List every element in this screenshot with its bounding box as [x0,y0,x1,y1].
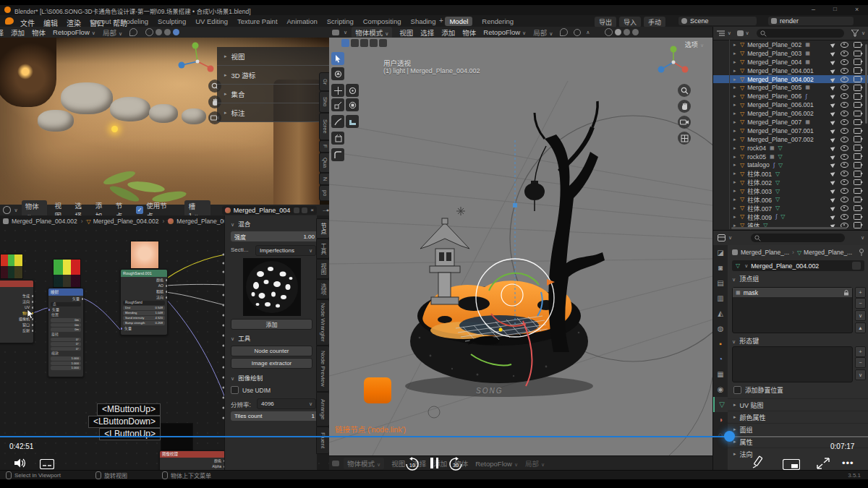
hide-viewport-toggle-icon[interactable] [841,188,848,194]
rotate-tool-icon[interactable] [346,84,359,97]
roughsand-node-group[interactable]: RoughSand.001 颜色AO粗糙法向 RoughSand Dist0.5… [120,269,168,335]
udim-checkbox-row[interactable]: Use UDIM [231,386,271,394]
select-mode-circle-icon[interactable] [360,39,368,47]
properties-search-input[interactable] [751,234,845,242]
selectable-toggle-icon[interactable] [830,137,836,142]
expand-arrow-icon[interactable]: ▸ [733,188,740,194]
retopoflow-tool-icon[interactable] [331,148,344,161]
mapping-out-vector[interactable]: 矢量 [48,296,83,301]
select-mode-paint-icon[interactable] [379,39,387,47]
expand-arrow-icon[interactable]: ▸ [733,128,740,134]
selectable-toggle-icon[interactable] [830,197,836,202]
outliner-row[interactable]: ▸ ▽ 柱体.001 ▦ ∫ ▽ [713,169,868,178]
scale-tool-icon[interactable] [331,98,344,111]
rest-position-row[interactable]: 添加静置位置 [733,385,783,395]
properties-tab[interactable]: ◔ [713,351,728,367]
hide-render-toggle-icon[interactable] [854,222,861,228]
outliner-row[interactable]: ▸ ▽ Merged_Plane_006.002 ▦ ∫ ▽ [713,109,868,118]
lvp-axis-gizmo[interactable] [178,39,216,81]
workspace-tab[interactable]: Scripting [327,17,354,25]
outliner-row[interactable]: ▸ ▽ Merged_Plane_007.001 ▦ ∫ ▽ [713,127,868,135]
rest-position-checkbox[interactable] [733,386,741,394]
cvp-ortho-grid-icon[interactable] [678,132,691,145]
outliner-row[interactable]: ▸ ▽ Merged_Plane_002 ▦ ∫ ▽ [713,40,868,49]
vg-move-up-button[interactable]: ▲ [855,322,866,333]
minimize-button[interactable]: – [812,6,815,13]
more-options-icon[interactable]: ••• [842,458,854,468]
hide-render-toggle-icon[interactable] [854,136,861,142]
value-field[interactable]: 0° [51,338,81,342]
roughsand-in-vector[interactable]: 矢量 [121,325,167,331]
outliner-row[interactable]: ▸ ▽ Merged_Plane_006.001 ▦ ∫ ▽ [713,100,868,109]
selectable-toggle-icon[interactable] [830,188,836,194]
selectable-toggle-icon[interactable] [830,128,836,134]
properties-tab[interactable]: ◭ [713,306,728,321]
value-field[interactable]: 1.000 [51,366,81,370]
hide-render-toggle-icon[interactable] [854,214,861,221]
expand-arrow-icon[interactable]: ▸ [733,119,740,125]
cvp-retopoflow-menu[interactable]: RetopoFlow∨ [483,28,526,36]
udim-checkbox[interactable] [231,386,239,394]
use-nodes-checkbox[interactable]: ✓ [136,206,144,214]
panel-section-row[interactable]: ▸ 3D 游标 [217,66,329,85]
properties-tab[interactable]: ◉ [713,382,728,397]
strength-slider[interactable]: 强度1.00 [231,231,318,241]
snap-magnet-icon[interactable] [129,28,137,36]
video-progress-bar[interactable] [0,436,729,437]
expand-arrow-icon[interactable]: ▸ [733,85,740,90]
expand-arrow-icon[interactable]: ▸ [733,51,740,56]
collapsed-section-row[interactable]: ▸UV 贴图 [728,398,868,411]
selectable-toggle-icon[interactable] [830,205,836,211]
vg-add-button[interactable]: + [855,287,866,298]
hide-viewport-toggle-icon[interactable] [841,197,848,202]
vg-specials-button[interactable]: ∨ [855,310,866,321]
properties-tab[interactable]: ◪ [713,245,728,260]
vertex-groups-section[interactable]: ∨顶点组 [732,274,864,283]
subtitle-icon[interactable] [40,459,54,469]
selectable-toggle-icon[interactable] [830,93,836,99]
sk-specials-button[interactable]: ∨ [855,369,866,380]
node-output-socket[interactable]: 颜色 [121,277,167,283]
expand-arrow-icon[interactable]: ▸ [733,68,740,74]
left-3d-viewport[interactable]: ▸ 视图 ▸ 3D 游标 ▸ 集合 ▸ 标注 [0,38,329,205]
workspace-tab[interactable]: Texture Paint [237,17,277,25]
ne-tab[interactable]: Node Preview [316,346,330,392]
properties-tab[interactable]: ▪ [713,336,728,351]
workspace-tab[interactable]: Compositing [363,17,401,25]
hide-render-toggle-icon[interactable] [854,188,861,194]
expand-arrow-icon[interactable]: ▸ [733,111,740,116]
ne-tab[interactable]: 工具 [316,239,330,259]
imperfections-dropdown[interactable]: Imperfections∨ [255,245,316,256]
mini-player-icon[interactable] [783,459,800,470]
filter-funnel-icon[interactable] [851,30,859,37]
ne-tab[interactable]: Node Wrangler [316,299,330,346]
hide-viewport-toggle-icon[interactable] [841,145,848,151]
expand-arrow-icon[interactable]: ▸ [733,179,740,185]
properties-tab[interactable]: ◑ [713,412,728,427]
new-material-icon[interactable] [302,207,307,213]
video-progress-track[interactable] [729,436,868,437]
orange-cube-object[interactable] [364,377,391,403]
cvp-menu-add[interactable]: 添加 [441,27,455,38]
hide-viewport-toggle-icon[interactable] [841,68,848,74]
cvp-shading-solid-icon[interactable] [615,29,621,35]
vg-remove-button[interactable]: − [855,298,866,309]
lvp-orientation[interactable]: 局部∨ [103,27,122,38]
cvp-camera-icon[interactable] [678,116,691,129]
value-field[interactable]: 1.000 [51,356,81,361]
hide-viewport-toggle-icon[interactable] [841,102,848,108]
shading-solid-icon[interactable] [156,29,162,35]
edit-pencil-icon[interactable] [751,455,764,470]
volume-icon[interactable] [14,458,27,468]
select-mode-tweak-icon[interactable] [341,39,349,47]
expand-arrow-icon[interactable]: ▸ [733,137,740,142]
value-field[interactable]: 0m [51,318,81,322]
hide-render-toggle-icon[interactable] [854,102,861,108]
selectable-toggle-icon[interactable] [830,179,836,185]
fullscreen-icon[interactable] [816,457,830,470]
mesh-data-name-field[interactable]: ▽∨ Merged_Plane_004.002 [732,260,864,271]
cursor-tool-icon[interactable] [331,67,344,80]
hide-viewport-toggle-icon[interactable] [841,154,848,160]
hide-viewport-toggle-icon[interactable] [841,51,848,56]
resolution-dropdown[interactable]: 4096∨ [257,398,316,409]
